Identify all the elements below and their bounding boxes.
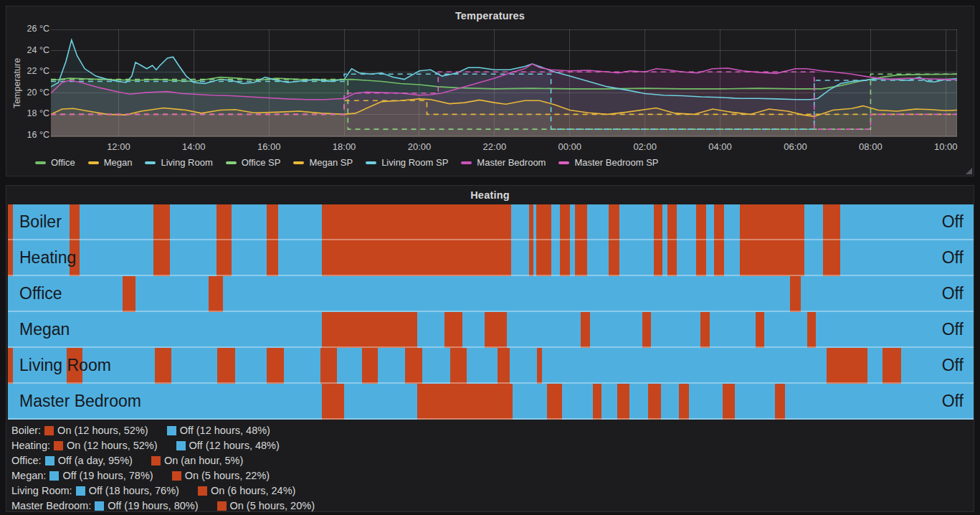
state-segment-on bbox=[696, 204, 705, 240]
legend-item-office-sp[interactable]: Office SP bbox=[226, 157, 281, 168]
timeline-row-label: Heating bbox=[19, 240, 76, 275]
state-segment-on bbox=[560, 240, 569, 276]
y-tick-label: 18 °C bbox=[18, 108, 49, 118]
state-segment-on bbox=[217, 348, 234, 384]
stat-line: Boiler: On (12 hours, 52%) Off (12 hours… bbox=[11, 423, 333, 438]
timeline-row-office: Office Off bbox=[8, 276, 974, 312]
state-segment-on bbox=[593, 384, 601, 420]
state-segment-on bbox=[322, 384, 344, 420]
y-tick-label: 26 °C bbox=[18, 24, 49, 34]
state-color-icon bbox=[45, 456, 54, 466]
x-tick-label: 08:00 bbox=[850, 141, 890, 152]
state-segment-on bbox=[642, 312, 651, 348]
legend-label: Office bbox=[51, 157, 75, 168]
state-segment-on bbox=[155, 348, 171, 384]
x-tick-label: 16:00 bbox=[249, 141, 289, 152]
timeline-row-state-label: Off bbox=[942, 312, 964, 346]
state-segment-on bbox=[581, 312, 590, 348]
state-segment-on bbox=[654, 240, 662, 276]
state-segment-on bbox=[807, 312, 816, 348]
state-segment-on bbox=[823, 204, 840, 240]
state-segment-on bbox=[362, 348, 378, 384]
stat-entry: Off (19 hours, 80%) bbox=[95, 499, 198, 514]
panel-resize-handle[interactable] bbox=[966, 168, 972, 174]
legend-item-master-bedroom[interactable]: Master Bedroom bbox=[461, 157, 546, 168]
legend-item-office[interactable]: Office bbox=[35, 157, 75, 168]
x-tick-label: 18:00 bbox=[324, 141, 364, 152]
stat-text: Off (12 hours, 48%) bbox=[189, 438, 280, 453]
stat-entry: Off (18 hours, 76%) bbox=[76, 483, 179, 499]
state-segment-on bbox=[450, 348, 467, 384]
state-color-icon bbox=[76, 486, 85, 496]
stat-name: Heating: bbox=[11, 438, 50, 453]
legend-label: Megan bbox=[104, 157, 133, 168]
stat-entry: Off (12 hours, 48%) bbox=[176, 438, 280, 453]
state-segment-on bbox=[654, 204, 662, 240]
x-tick-label: 20:00 bbox=[399, 141, 439, 152]
legend-label: Megan SP bbox=[309, 157, 353, 168]
stat-name: Megan: bbox=[11, 468, 46, 483]
state-segment-on bbox=[498, 348, 510, 384]
state-color-icon bbox=[49, 471, 59, 481]
legend-item-living-room[interactable]: Living Room bbox=[145, 157, 212, 168]
state-segment-on bbox=[320, 348, 337, 384]
state-segment-on bbox=[723, 384, 736, 420]
stat-text: On (an hour, 5%) bbox=[164, 453, 243, 468]
stat-text: On (5 hours, 20%) bbox=[230, 499, 315, 514]
legend-label: Master Bedroom bbox=[477, 157, 546, 168]
stat-entry: Off (19 hours, 78%) bbox=[49, 468, 153, 483]
state-segment-on bbox=[740, 204, 804, 240]
state-color-icon bbox=[95, 501, 104, 511]
x-tick-label: 22:00 bbox=[475, 141, 515, 152]
stat-line: Megan: Off (19 hours, 78%) On (5 hours, … bbox=[11, 468, 333, 483]
state-segment-on bbox=[775, 384, 786, 420]
state-segment-on bbox=[609, 204, 619, 240]
timeline-row-state-label: Off bbox=[942, 348, 964, 382]
state-color-icon bbox=[167, 426, 176, 435]
stat-entry: Off (12 hours, 48%) bbox=[167, 423, 270, 438]
state-segment-on bbox=[756, 312, 764, 348]
stat-entry: On (5 hours, 22%) bbox=[172, 468, 270, 483]
timeline-row-megan: Megan Off bbox=[8, 312, 974, 348]
state-segment-on bbox=[575, 240, 588, 276]
stat-name: Master Bedroom: bbox=[11, 499, 91, 514]
state-segment-on bbox=[617, 384, 630, 420]
timeline-row-state-label: Off bbox=[942, 276, 964, 311]
legend-label: Office SP bbox=[242, 157, 281, 168]
state-color-icon bbox=[44, 426, 54, 435]
temperatures-panel-title[interactable]: Temperatures bbox=[6, 6, 974, 25]
x-tick-label: 10:00 bbox=[926, 141, 966, 152]
state-color-icon bbox=[54, 441, 63, 450]
timeline-row-label: Master Bedroom bbox=[19, 384, 141, 418]
state-segment-on bbox=[322, 240, 511, 276]
legend-swatch-icon bbox=[461, 161, 472, 164]
timeline-row-state-label: Off bbox=[942, 384, 964, 418]
legend-item-megan[interactable]: Megan bbox=[88, 157, 133, 168]
stat-line: Office: Off (a day, 95%) On (an hour, 5%… bbox=[11, 453, 333, 468]
state-segment-on bbox=[322, 204, 511, 240]
y-tick-label: 22 °C bbox=[18, 66, 49, 76]
heating-panel: Heating Boiler Off Heating Off Office Of… bbox=[6, 185, 974, 512]
state-segment-on bbox=[417, 384, 513, 420]
heating-panel-title[interactable]: Heating bbox=[6, 186, 974, 204]
stat-entry: On (5 hours, 20%) bbox=[217, 499, 315, 514]
legend-item-master-bedroom-sp[interactable]: Master Bedroom SP bbox=[558, 157, 658, 168]
state-segment-on bbox=[444, 312, 463, 348]
state-segment-on bbox=[209, 276, 223, 312]
legend-item-living-room-sp[interactable]: Living Room SP bbox=[366, 157, 448, 168]
legend-swatch-icon bbox=[35, 161, 46, 164]
stat-text: Off (19 hours, 80%) bbox=[108, 499, 198, 514]
state-segment-on bbox=[714, 240, 725, 276]
chart-legend: Office Megan Living Room Office SP Megan… bbox=[35, 157, 965, 168]
stat-entry: Off (a day, 95%) bbox=[45, 453, 133, 468]
stat-entry: On (an hour, 5%) bbox=[151, 453, 243, 468]
stat-line: Heating: On (12 hours, 52%) Off (12 hour… bbox=[11, 438, 333, 453]
legend-item-megan-sp[interactable]: Megan SP bbox=[293, 157, 353, 168]
legend-swatch-icon bbox=[293, 161, 304, 164]
stat-name: Boiler: bbox=[11, 423, 41, 438]
state-segment-on bbox=[700, 312, 710, 348]
legend-swatch-icon bbox=[226, 161, 237, 164]
state-color-icon bbox=[176, 441, 186, 450]
stat-text: On (6 hours, 24%) bbox=[211, 483, 295, 499]
state-segment-on bbox=[529, 204, 533, 240]
